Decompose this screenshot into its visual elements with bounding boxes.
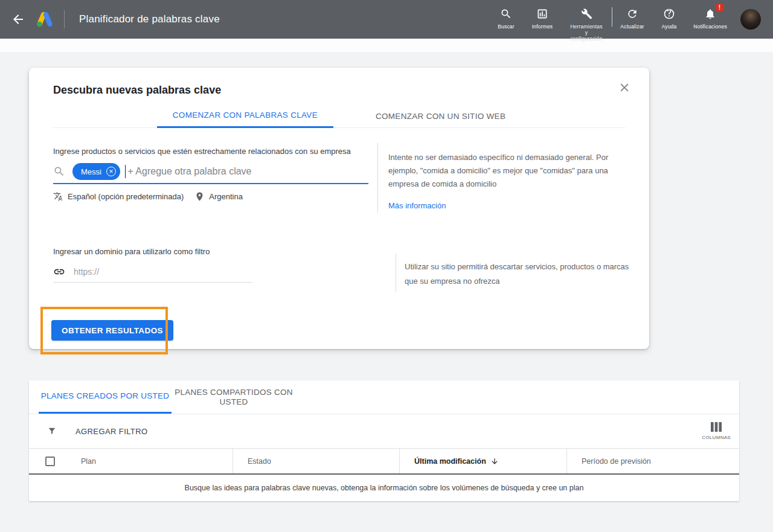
reports-icon — [536, 8, 548, 20]
page-title: Planificador de palabras clave — [79, 13, 220, 25]
keyword-tip-text: Intente no ser demasiado específico ni d… — [388, 153, 608, 188]
back-arrow-icon[interactable] — [11, 12, 25, 27]
keywords-input-label: Ingrese productos o servicios que estén … — [53, 147, 351, 156]
plans-toolbar: AGREGAR FILTRO COLUMNAS — [29, 414, 739, 448]
wrench-icon — [580, 8, 592, 20]
link-icon — [53, 266, 65, 278]
close-icon[interactable] — [618, 81, 631, 94]
plans-empty-state: Busque las ideas para palabras clave nue… — [29, 475, 739, 501]
keyword-placeholder: + Agregue otra palabra clave — [127, 166, 251, 177]
notification-badge: ! — [715, 3, 724, 12]
tab-plans-shared-with-you[interactable]: PLANES COMPARTIDOS CON USTED — [172, 380, 296, 414]
domain-tip-text: Utilizar su sitio permitirá descartar se… — [405, 262, 629, 286]
location-pin-icon[interactable] — [194, 191, 205, 202]
discover-keywords-modal: Descubra nuevas palabras clave COMENZAR … — [29, 68, 649, 349]
tab-plans-created-by-you[interactable]: PLANES CREADOS POR USTED — [39, 380, 172, 414]
location-value[interactable]: Argentina — [209, 192, 243, 201]
language-location-row: Español (opción predeterminada) Argentin… — [53, 191, 243, 202]
modal-title: Descubra nuevas palabras clave — [53, 84, 221, 97]
sort-descending-icon — [490, 457, 499, 466]
help-icon — [663, 8, 675, 20]
filter-funnel-icon[interactable] — [47, 426, 57, 436]
translate-icon[interactable] — [53, 191, 63, 202]
add-filter-button[interactable]: AGREGAR FILTRO — [75, 427, 147, 436]
sub-header-strip — [0, 39, 773, 52]
header-divider — [64, 10, 65, 28]
plans-table-header: Plan Estado Última modificación Período … — [29, 448, 739, 475]
tab-start-with-website[interactable]: COMENZAR CON UN SITIO WEB — [360, 104, 521, 128]
refresh-nav-button[interactable]: Actualizar — [612, 0, 652, 30]
domain-tip-box: Utilizar su sitio permitirá descartar se… — [396, 254, 631, 292]
get-results-button[interactable]: OBTENER RESULTADOS — [51, 320, 173, 341]
plans-tabbar: PLANES CREADOS POR USTED PLANES COMPARTI… — [29, 380, 739, 414]
column-header-estado[interactable]: Estado — [233, 449, 399, 473]
chip-remove-icon[interactable]: ✕ — [106, 167, 116, 176]
search-icon — [500, 8, 512, 20]
tools-settings-nav-button[interactable]: Herramientas y configuración — [561, 0, 612, 42]
search-nav-button[interactable]: Buscar — [489, 0, 524, 30]
learn-more-link[interactable]: Más información — [388, 199, 446, 213]
search-icon — [53, 165, 65, 178]
domain-input-label: Ingresar un dominio para utilizarlo como… — [53, 247, 210, 256]
column-header-plan[interactable]: Plan — [81, 457, 96, 466]
column-header-ultima-modificacion[interactable]: Última modificación — [399, 449, 566, 473]
domain-input[interactable]: https:// — [53, 261, 252, 283]
refresh-icon — [626, 8, 638, 20]
plans-panel: PLANES CREADOS POR USTED PLANES COMPARTI… — [29, 380, 739, 501]
keyword-tip-box: Intente no ser demasiado específico ni d… — [377, 143, 625, 213]
language-value[interactable]: Español (opción predeterminada) — [68, 192, 184, 201]
app-bar: Planificador de palabras clave Buscar In… — [0, 0, 773, 39]
bell-icon — [704, 8, 716, 20]
domain-placeholder: https:// — [74, 267, 99, 277]
column-header-periodo[interactable]: Período de previsión — [566, 449, 739, 473]
columns-button[interactable]: COLUMNAS — [702, 422, 731, 440]
select-all-checkbox[interactable] — [45, 457, 55, 466]
reports-nav-button[interactable]: Informes — [524, 0, 561, 30]
google-ads-logo-icon — [35, 10, 54, 29]
columns-icon — [711, 422, 722, 432]
notifications-nav-button[interactable]: Notificaciones ! — [686, 0, 734, 30]
keywords-input[interactable]: Messi ✕ + Agregue otra palabra clave — [53, 160, 368, 184]
keyword-chip: Messi ✕ — [72, 163, 120, 180]
text-caret — [125, 165, 126, 178]
user-avatar[interactable] — [740, 9, 761, 30]
app-bar-actions: Buscar Informes Herramientas y configura… — [489, 0, 773, 39]
help-nav-button[interactable]: Ayuda — [652, 0, 686, 30]
tab-start-with-keywords[interactable]: COMENZAR CON PALABRAS CLAVE — [157, 104, 333, 128]
modal-tabbar: COMENZAR CON PALABRAS CLAVE COMENZAR CON… — [53, 104, 625, 128]
